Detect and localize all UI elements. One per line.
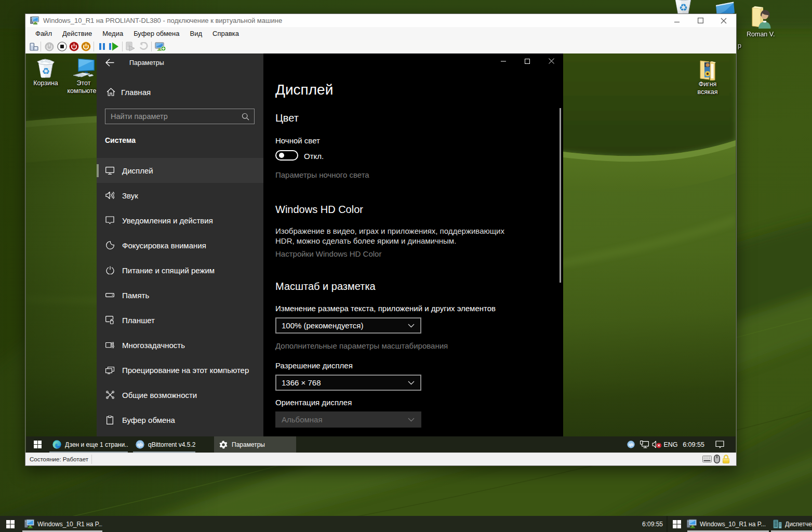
vm-recycle-bin-icon[interactable]: ♻ Корзина xyxy=(32,58,59,87)
volume-muted-tray-icon[interactable] xyxy=(651,436,662,453)
advanced-scaling-link[interactable]: Дополнительные параметры масштабирования xyxy=(275,341,448,350)
toolbar-turn-off-button[interactable] xyxy=(56,41,68,52)
qbittorrent-tray-icon[interactable]: qb xyxy=(626,436,636,453)
nav-label: Общие возможности xyxy=(122,391,197,400)
turn-off-icon xyxy=(57,42,67,51)
toolbar-enhanced-session-button[interactable] xyxy=(154,41,166,52)
vm-tray-clock[interactable]: 6:09:55 xyxy=(681,436,707,453)
nav-item-tablet[interactable]: Планшет xyxy=(97,308,263,332)
settings-home-item[interactable] xyxy=(107,88,115,96)
chevron-down-icon xyxy=(408,381,415,385)
vm-tray-clock-label: 6:09:55 xyxy=(683,441,704,448)
vmconnect-icon xyxy=(687,519,697,529)
host-taskbar-clock[interactable]: 6:09:55 xyxy=(638,516,663,532)
vmconnect-icon xyxy=(24,519,34,529)
host-taskbar-vmconnect-button-2[interactable]: Windows_10_R1 на P... xyxy=(685,516,769,532)
vm-this-pc-icon[interactable]: Этоткомпьютер xyxy=(67,58,100,95)
settings-back-button[interactable] xyxy=(105,59,114,66)
toolbar-checkpoint-button[interactable] xyxy=(124,41,137,52)
scale-dropdown[interactable]: 100% (рекомендуется) xyxy=(275,317,421,334)
scale-dropdown-value: 100% (рекомендуется) xyxy=(282,321,363,330)
settings-minimize-button[interactable] xyxy=(491,54,515,69)
keyboard-status-icon xyxy=(702,455,712,463)
nav-label: Фокусировка внимания xyxy=(122,241,206,250)
toolbar-ctrl-alt-del-button[interactable] xyxy=(28,41,40,52)
host-start-button[interactable] xyxy=(0,516,21,532)
host-taskbar-task-manager-button[interactable]: Диспетчер xyxy=(771,516,812,532)
settings-maximize-button[interactable] xyxy=(515,54,539,69)
action-center-icon[interactable] xyxy=(714,436,725,453)
menu-view[interactable]: Вид xyxy=(184,30,207,37)
menu-file[interactable]: Файл xyxy=(30,30,57,37)
orientation-dropdown-value: Альбомная xyxy=(282,415,323,424)
menu-action[interactable]: Действие xyxy=(57,30,97,37)
nav-item-sound[interactable]: Звук xyxy=(97,183,263,208)
settings-home-label[interactable]: Главная xyxy=(121,88,151,97)
night-light-settings-link[interactable]: Параметры ночного света xyxy=(275,170,369,179)
resolution-dropdown-value: 1366 × 768 xyxy=(282,378,321,387)
vm-maximize-button[interactable] xyxy=(693,14,708,27)
nav-item-shared-experiences[interactable]: Общие возможности xyxy=(97,382,263,407)
resolution-dropdown[interactable]: 1366 × 768 xyxy=(275,375,421,391)
home-icon xyxy=(107,88,115,96)
vm-window-titlebar[interactable]: Windows_10_R1 на PROLIANT-DL380 - подклю… xyxy=(25,14,736,27)
nav-item-display[interactable]: Дисплей xyxy=(97,158,263,183)
vm-taskbar-settings-label: Параметры xyxy=(232,441,265,448)
nav-item-multitasking[interactable]: Многозадачность xyxy=(97,332,263,357)
nav-label: Питание и спящий режим xyxy=(122,266,215,275)
vm-minimize-button[interactable] xyxy=(669,14,685,27)
host-taskbar: Windows_10_R1 на P... 6:09:55 Windows_10… xyxy=(0,516,812,532)
nav-item-storage[interactable]: Память xyxy=(97,283,263,308)
network-tray-icon[interactable] xyxy=(639,436,649,453)
vm-taskbar-qbittorrent-button[interactable]: qb qBittorrent v4.5.2 xyxy=(132,436,196,453)
scale-section-title: Масштаб и разметка xyxy=(275,281,376,292)
recycle-bin-icon: ♻ xyxy=(36,58,56,79)
host-user-folder-icon[interactable]: Roman V. xyxy=(747,5,775,38)
toolbar-separator xyxy=(151,42,152,51)
nav-item-power-sleep[interactable]: Питание и спящий режим xyxy=(97,258,263,283)
pictures-folder-icon xyxy=(699,60,716,81)
hdr-settings-link[interactable]: Настройки Windows HD Color xyxy=(275,249,381,258)
toolbar-pause-button[interactable] xyxy=(96,41,108,52)
toolbar-start-button[interactable] xyxy=(43,41,56,52)
menu-clipboard[interactable]: Буфер обмена xyxy=(128,30,184,37)
vm-taskbar-settings-button[interactable]: Параметры xyxy=(214,436,296,453)
svg-text:qb: qb xyxy=(137,442,142,447)
toolbar-separator xyxy=(122,42,123,51)
vm-start-button[interactable] xyxy=(26,436,49,453)
vm-pictures-folder-label: Фигнявсякая xyxy=(698,81,718,96)
vmconnect-icon xyxy=(30,16,39,25)
vm-tray-language[interactable]: ENG xyxy=(664,436,677,453)
toolbar-revert-button[interactable] xyxy=(137,41,150,52)
nav-item-notifications[interactable]: Уведомления и действия xyxy=(97,208,263,233)
vm-pictures-folder-label-line2: всякая xyxy=(698,88,718,96)
enhanced-session-icon xyxy=(155,42,166,51)
notifications-icon xyxy=(105,216,114,224)
qbittorrent-icon: qb xyxy=(136,440,144,449)
nav-item-projecting[interactable]: Проецирование на этот компьютер xyxy=(97,357,263,382)
focus-assist-icon xyxy=(106,241,114,249)
vm-pictures-folder-icon[interactable]: Фигнявсякая xyxy=(694,60,721,96)
shut-down-icon xyxy=(69,42,79,51)
menu-help[interactable]: Справка xyxy=(207,30,244,37)
toolbar-shut-down-button[interactable] xyxy=(68,41,80,52)
toolbar-save-button[interactable] xyxy=(79,41,92,52)
storage-icon xyxy=(105,292,114,298)
vm-taskbar-edge-button[interactable]: Дзен и еще 1 страни... xyxy=(49,436,128,453)
toggle-knob xyxy=(279,153,284,158)
settings-search-input[interactable]: Найти параметр xyxy=(105,109,255,124)
host-taskbar-clock-label: 6:09:55 xyxy=(642,521,663,528)
content-scrollbar[interactable] xyxy=(560,108,561,283)
settings-close-button[interactable] xyxy=(539,54,563,69)
vm-statusbar: Состояние: Работает xyxy=(25,453,736,466)
nav-item-clipboard[interactable]: Буфер обмена xyxy=(97,407,263,432)
nav-label: Звук xyxy=(122,191,138,200)
host-taskbar-vmconnect-button[interactable]: Windows_10_R1 на P... xyxy=(22,516,102,532)
nav-item-focus-assist[interactable]: Фокусировка внимания xyxy=(97,233,263,258)
vm-close-button[interactable] xyxy=(716,14,731,27)
toolbar-reset-button[interactable] xyxy=(107,41,121,52)
night-light-toggle[interactable] xyxy=(275,150,298,161)
menu-media[interactable]: Медиа xyxy=(97,30,128,37)
chevron-down-icon xyxy=(408,324,415,328)
host-start-button-2[interactable] xyxy=(668,516,686,532)
